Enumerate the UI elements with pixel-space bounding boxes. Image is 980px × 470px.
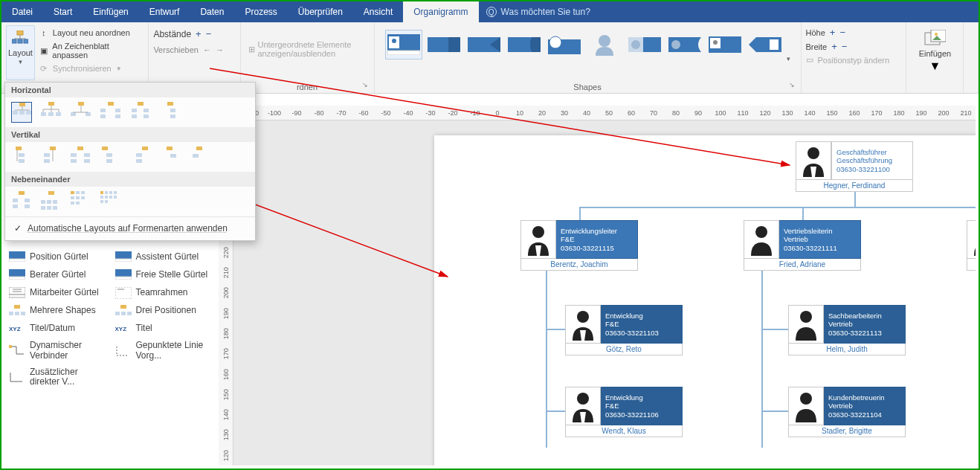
tab-ansicht[interactable]: Ansicht [353,1,403,22]
layout-option-h2[interactable] [41,102,62,123]
layout-option-n4[interactable] [100,191,121,212]
layout-option-n1[interactable] [11,191,32,212]
insert-button[interactable]: Einfügen ▼ [911,25,958,73]
svg-rect-64 [16,147,22,150]
tab-ueberpruefen[interactable]: Überprüfen [288,1,353,22]
tab-organigramm[interactable]: Organigramm [403,1,478,22]
tell-me-search[interactable]: Q Was möchten Sie tun? [479,1,598,22]
layout-option-h4[interactable] [100,102,121,123]
svg-rect-75 [71,159,77,163]
tab-einfugen[interactable]: Einfügen [83,1,138,22]
minus-icon[interactable]: − [842,41,848,52]
chevron-down-icon: ▼ [929,59,941,73]
shape-icon [115,269,132,281]
ribbon-group-size: Höhe+− Breite+− ▭Positionstyp ändern [802,22,907,93]
reorder-layout-button[interactable]: ↕Layout neu anordnen [38,25,144,40]
tab-datei[interactable]: Datei [1,1,43,22]
height-control[interactable]: Höhe+− [806,25,902,39]
svg-point-8 [392,39,396,43]
group-expand-icon[interactable]: ↘ [362,81,371,90]
svg-rect-11 [448,37,460,52]
org-node-ceo[interactable]: GeschäftsführerGeschäftsführung03630-332… [796,141,913,192]
layout-option-v2[interactable] [41,147,62,167]
org-node[interactable]: SachbearbeiterinVertrieb03630-33221113He… [788,305,906,355]
shape-position-guertel[interactable]: Position Gürtel [4,248,111,266]
shape-drei-positionen[interactable]: Drei Positionen [111,302,217,320]
toggle-subordinates[interactable]: ⊞Untergeordnete Elemente anzeigen/ausble… [245,25,370,58]
shape-zusaetzlicher-direkter[interactable]: Zusätzlicher direkter V... [4,364,111,391]
layout-button[interactable]: Layout ▼ [6,25,35,80]
auto-layout-toggle[interactable]: ✓ Automatische Layouts auf Formenarten a… [5,216,255,240]
shape-style-10[interactable] [747,30,784,59]
shape-titel-datum[interactable]: XYZTitel/Datum [4,320,111,338]
layout-option-v1[interactable] [11,147,32,167]
svg-rect-85 [196,147,202,150]
svg-rect-48 [86,112,91,116]
org-node[interactable]: EntwicklungF&E03630-33221106Wendt, Klaus [565,387,683,437]
shape-style-6[interactable] [586,30,623,59]
drawing-page[interactable]: GeschäftsführerGeschäftsführung03630-332… [434,135,976,466]
layout-option-n2[interactable] [41,191,62,212]
minus-icon[interactable]: − [206,28,212,39]
shape-mitarbeiter-guertel[interactable]: Mitarbeiter Gürtel [4,284,111,302]
sync-button[interactable]: ⟳Synchronisieren▼ [38,61,144,76]
plus-icon[interactable]: + [196,28,202,39]
fit-page-button[interactable]: ▣An Zeichenblatt anpassen [38,40,144,61]
svg-rect-103 [76,196,80,199]
shape-berater-guertel[interactable]: Berater Gürtel [4,266,111,284]
shape-style-2[interactable] [425,30,462,59]
shape-style-1[interactable] [385,30,422,59]
shape-gepunktete-linie[interactable]: Gepunktete Linie Vorg... [111,338,217,364]
connector [546,269,547,448]
spacing-control[interactable]: Abstände+− [153,25,235,42]
width-control[interactable]: Breite+− [806,39,902,54]
minus-icon[interactable]: − [839,27,845,38]
tab-entwurf[interactable]: Entwurf [139,1,190,22]
tab-prozess[interactable]: Prozess [234,1,287,22]
shape-style-7[interactable] [626,30,663,59]
layout-option-n3[interactable] [71,191,91,212]
gallery-more-icon[interactable]: ▾ [787,55,790,62]
shape-style-3[interactable] [465,30,503,59]
layout-option-v6[interactable] [160,147,181,167]
shape-style-4[interactable] [506,30,543,59]
org-node[interactable]: VertriebsleiterinVertrieb03630-33221111F… [744,220,861,271]
svg-rect-76 [84,159,90,163]
shape-teamrahmen[interactable]: Teamrahmen [111,284,217,302]
tab-daten[interactable]: Daten [190,1,234,22]
layout-option-v5[interactable] [130,147,151,167]
svg-rect-121 [9,269,25,277]
person-photo [796,141,831,180]
svg-rect-80 [142,147,148,150]
shape-assistent-guertel[interactable]: Assistent Gürtel [111,248,217,266]
layout-option-h6[interactable] [160,102,181,123]
svg-rect-31 [19,103,25,106]
shape-style-5[interactable] [546,30,583,59]
org-node[interactable]: ProduktionsmanagerProduktion03630-332211… [967,220,976,271]
drawing-canvas[interactable]: GeschäftsführerGeschäftsführung03630-332… [233,120,976,466]
shape-titel[interactable]: XYZTitel [111,320,217,338]
arrow-left-icon[interactable]: ← [203,45,211,54]
layout-option-v4[interactable] [100,147,121,167]
plus-icon[interactable]: + [830,27,836,38]
org-node[interactable]: EntwicklungF&E03630-33221103Götz, Reto [565,305,683,355]
position-type-button[interactable]: ▭Positionstyp ändern [806,54,902,66]
shape-mehrere-shapes[interactable]: Mehrere Shapes [4,302,111,320]
layout-option-v3[interactable] [71,147,91,167]
plus-icon[interactable]: + [831,41,837,52]
group-expand-icon[interactable]: ↘ [789,81,798,90]
shape-freie-stelle[interactable]: Freie Stelle Gürtel [111,266,217,284]
shape-style-8[interactable] [666,30,703,59]
tab-start[interactable]: Start [43,1,83,22]
layout-option-h5[interactable] [130,102,151,123]
org-node[interactable]: EntwicklungsleiterF&E03630-33221115Beren… [520,220,638,271]
org-node[interactable]: KundenbetreuerinVertrieb03630-33221104St… [788,387,906,437]
layout-option-h1[interactable] [11,102,32,123]
spacing-label: Abstände [153,29,191,39]
arrow-right-icon[interactable]: → [216,45,224,54]
layout-option-v7[interactable] [190,147,210,167]
shape-dyn-verbinder[interactable]: Dynamischer Verbinder [4,338,111,364]
layout-option-h3[interactable] [71,102,91,123]
shape-style-9[interactable] [706,30,744,59]
svg-rect-46 [78,102,84,106]
